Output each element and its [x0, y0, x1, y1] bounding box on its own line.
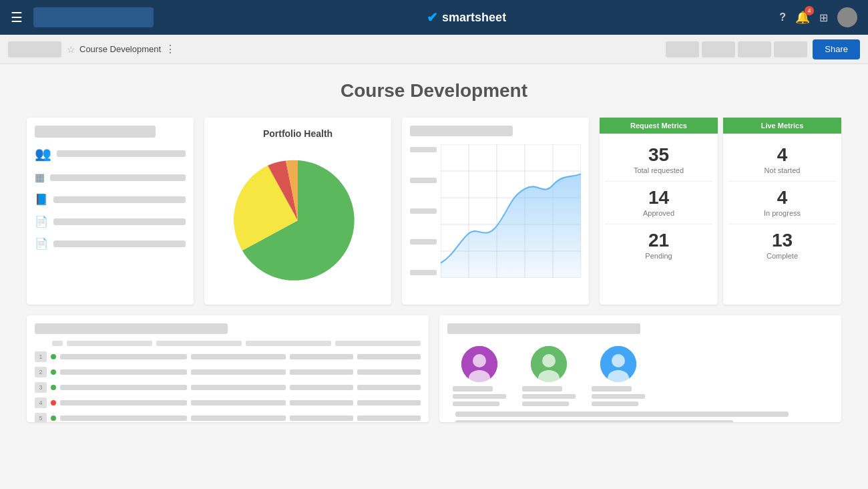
metric-approved: 14 Approved: [605, 182, 712, 224]
toolbar-view-btn-1[interactable]: [666, 41, 699, 57]
request-metrics-panel: Request Metrics 35 Total requested 14 Ap…: [600, 118, 718, 305]
chart-body: [410, 144, 581, 278]
metric-label: Complete: [732, 252, 832, 260]
bottom-line: [455, 412, 789, 417]
status-dot-green: [51, 354, 56, 359]
toolbar-back-btn[interactable]: [8, 41, 61, 57]
person-avatar-purple: [461, 346, 497, 382]
chart-label: [410, 147, 437, 152]
help-icon[interactable]: ?: [779, 11, 786, 23]
favorite-star-icon[interactable]: ☆: [67, 44, 75, 55]
hamburger-menu[interactable]: ☰: [11, 9, 23, 25]
table-row: 2: [35, 367, 421, 377]
svg-point-19: [612, 354, 625, 367]
portfolio-health-title: Portfolio Health: [215, 128, 381, 139]
metrics-panels: Request Metrics 35 Total requested 14 Ap…: [600, 118, 841, 305]
widget-header-bar: [35, 126, 156, 138]
toolbar: ☆ Course Development ⋮ Share: [0, 35, 868, 64]
sidebar-nav-widget: 👥 ▦ 📘 📄 📄: [27, 118, 194, 305]
person-avatar-blue: [600, 346, 636, 382]
table-widget-header: [35, 323, 228, 334]
live-metrics-body: 4 Not started 4 In progress 13 Complete: [723, 134, 841, 272]
person-detail-line: [453, 394, 506, 399]
metric-number: 14: [609, 188, 708, 207]
notification-badge: 4: [805, 6, 814, 15]
metric-label: Approved: [609, 209, 708, 217]
document-icon: 📄: [35, 215, 48, 228]
avatar-svg: [531, 346, 567, 382]
chart-y-labels: [410, 144, 437, 278]
person-info: [453, 386, 506, 406]
metric-number: 35: [609, 146, 708, 164]
toolbar-view-btn-4[interactable]: [774, 41, 807, 57]
nav-search[interactable]: [33, 7, 154, 27]
toolbar-view-btns: [666, 41, 807, 57]
toolbar-view-btn-3[interactable]: [738, 41, 771, 57]
svg-point-16: [542, 354, 556, 367]
person-item-2: [522, 346, 576, 406]
dashboard-top-row: 👥 ▦ 📘 📄 📄 Portfolio Health: [27, 118, 841, 305]
nav-center: ✔ smartsheet: [427, 9, 506, 25]
chart-label: [410, 178, 437, 183]
user-avatar[interactable]: [837, 7, 857, 27]
table-row: 5: [35, 413, 421, 422]
person-name-line: [592, 386, 632, 391]
pie-chart: [231, 154, 365, 287]
status-dot-green: [51, 385, 56, 390]
pie-chart-container: [215, 147, 381, 294]
metric-number: 4: [732, 146, 832, 164]
request-metrics-body: 35 Total requested 14 Approved 21 Pendin…: [600, 134, 718, 272]
nav-right: ? 🔔 4 ⊞: [779, 7, 857, 27]
people-widget: [439, 315, 841, 422]
nav-left: ☰: [11, 7, 154, 27]
metric-label: In progress: [732, 209, 832, 217]
sidebar-item-doc1[interactable]: 📄: [35, 215, 186, 228]
chart-area: [441, 144, 581, 278]
table-body: 1 2: [35, 341, 421, 422]
row-cols: [60, 369, 421, 375]
notifications-icon[interactable]: 🔔 4: [795, 10, 810, 25]
toolbar-more-icon[interactable]: ⋮: [165, 43, 176, 55]
sidebar-item-grid[interactable]: ▦: [35, 171, 186, 184]
person-item-1: [453, 346, 506, 406]
metric-in-progress: 4 In progress: [728, 182, 836, 224]
sidebar-item-people[interactable]: 👥: [35, 146, 186, 162]
chart-label: [410, 270, 437, 275]
sidebar-item-line: [53, 218, 186, 225]
svg-point-13: [473, 354, 486, 367]
metric-number: 13: [732, 231, 832, 250]
toolbar-tab: ☆ Course Development ⋮: [67, 43, 176, 55]
apps-grid-icon[interactable]: ⊞: [819, 11, 828, 24]
person-detail-line: [453, 401, 499, 406]
metric-total-requested: 35 Total requested: [605, 139, 712, 182]
sidebar-item-book[interactable]: 📘: [35, 193, 186, 206]
status-dot-green: [51, 416, 56, 421]
sidebar-item-doc2[interactable]: 📄: [35, 237, 186, 250]
area-chart-svg: [441, 144, 581, 278]
sidebar-item-line: [57, 150, 186, 157]
row-cols: [60, 385, 421, 390]
table-header-row: [35, 341, 421, 346]
status-dot-red: [51, 400, 56, 405]
table-widget: 1 2: [27, 315, 429, 422]
person-detail-line: [522, 394, 576, 399]
top-navigation: ☰ ✔ smartsheet ? 🔔 4 ⊞: [0, 0, 868, 35]
person-info: [592, 386, 645, 406]
person-detail-line: [592, 401, 638, 406]
sidebar-item-line: [53, 240, 186, 247]
person-item-3: [592, 346, 645, 406]
avatar-svg: [600, 346, 636, 382]
row-cols: [60, 354, 421, 359]
row-number: 5: [35, 413, 47, 422]
people-bottom-lines: [447, 412, 833, 422]
toolbar-view-btn-2[interactable]: [702, 41, 735, 57]
document2-icon: 📄: [35, 237, 48, 250]
chart-header-bar: [410, 126, 513, 136]
share-button[interactable]: Share: [813, 39, 860, 59]
live-metrics-panel: Live Metrics 4 Not started 4 In progress…: [723, 118, 841, 305]
metric-pending: 21 Pending: [605, 224, 712, 267]
area-fill: [441, 174, 581, 278]
grid-icon: ▦: [35, 171, 45, 184]
sidebar-item-line: [50, 174, 186, 181]
people-list: [447, 341, 833, 412]
